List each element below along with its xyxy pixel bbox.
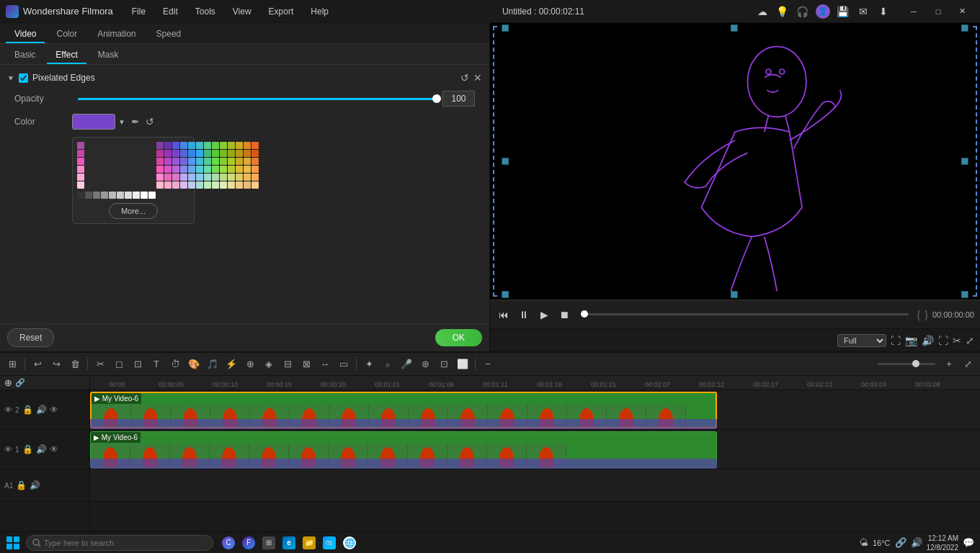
palette-color[interactable] — [188, 150, 195, 157]
save-icon[interactable]: 💾 — [836, 4, 850, 19]
taskbar-app-explorer[interactable]: 📁 — [300, 534, 318, 552]
palette-gray-color[interactable] — [109, 192, 116, 199]
crop-icon[interactable]: ✂ — [953, 335, 961, 346]
track-v1-eye-icon[interactable]: 👁 — [4, 445, 12, 454]
palette-color[interactable] — [180, 174, 187, 181]
reset-color-icon[interactable]: ↺ — [146, 116, 154, 127]
palette-color[interactable] — [164, 158, 172, 165]
palette-color[interactable] — [228, 158, 235, 165]
sub-tab-mask[interactable]: Mask — [89, 47, 128, 64]
opacity-value[interactable]: 100 — [442, 91, 475, 107]
prop-tab-speed[interactable]: Speed — [148, 26, 190, 43]
palette-color[interactable] — [220, 158, 227, 165]
minus-zoom-icon[interactable]: − — [480, 356, 496, 372]
reset-button[interactable]: Reset — [7, 328, 54, 347]
palette-color[interactable] — [204, 158, 211, 165]
color-icon[interactable]: 🎨 — [186, 356, 202, 372]
palette-color[interactable] — [180, 142, 187, 149]
palette-color[interactable] — [156, 150, 164, 157]
snapshot-icon[interactable]: 📷 — [905, 335, 917, 346]
palette-color[interactable] — [188, 174, 195, 181]
sound-tray-icon[interactable]: 🔊 — [911, 537, 922, 548]
play-button[interactable]: ▶ — [536, 307, 552, 323]
step-back-button[interactable]: ⏮ — [496, 307, 512, 323]
palette-color[interactable] — [172, 150, 179, 157]
palette-color[interactable] — [251, 150, 259, 157]
palette-color[interactable] — [172, 166, 179, 173]
palette-color[interactable] — [204, 166, 211, 173]
palette-color[interactable] — [156, 181, 164, 189]
palette-color[interactable] — [77, 166, 84, 173]
taskbar-app-filmora[interactable]: F — [239, 534, 258, 552]
palette-color[interactable] — [204, 181, 211, 189]
menu-item-export[interactable]: Export — [266, 5, 297, 18]
palette-color[interactable] — [251, 166, 259, 173]
opacity-slider-thumb[interactable] — [432, 94, 441, 103]
palette-color[interactable] — [251, 142, 259, 149]
maximize-button[interactable]: □ — [927, 4, 950, 19]
palette-color[interactable] — [236, 150, 243, 157]
palette-color[interactable] — [220, 174, 227, 181]
collapse-arrow[interactable]: ▼ — [7, 74, 14, 82]
search-bar[interactable]: Type here to search — [26, 535, 213, 551]
play-pause-button[interactable]: ⏸ — [516, 307, 532, 323]
notification-icon[interactable]: 💬 — [963, 537, 974, 548]
palette-color[interactable] — [77, 158, 84, 165]
palette-color[interactable] — [204, 142, 211, 149]
sub-tab-basic[interactable]: Basic — [6, 47, 44, 64]
reverse-icon[interactable]: ↔ — [317, 356, 333, 372]
palette-color[interactable] — [251, 158, 259, 165]
palette-color[interactable] — [172, 174, 179, 181]
minimize-button[interactable]: ─ — [902, 4, 925, 19]
palette-color[interactable] — [228, 174, 235, 181]
palette-color[interactable] — [244, 150, 251, 157]
palette-color[interactable] — [212, 158, 219, 165]
palette-color[interactable] — [77, 174, 84, 181]
prop-tab-color[interactable]: Color — [48, 26, 86, 43]
palette-color[interactable] — [180, 166, 187, 173]
palette-gray-color[interactable] — [117, 192, 124, 199]
palette-color[interactable] — [236, 174, 243, 181]
palette-color[interactable] — [244, 174, 251, 181]
mic-icon[interactable]: 🎤 — [398, 356, 414, 372]
menu-item-file[interactable]: File — [129, 5, 148, 18]
taskbar-app-edge[interactable]: e — [280, 534, 298, 552]
reset-effect-icon[interactable]: ↺ — [460, 72, 469, 84]
keyframe-icon[interactable]: ⬦ — [380, 356, 396, 372]
palette-color[interactable] — [196, 142, 203, 149]
palette-color[interactable] — [228, 181, 235, 189]
zoom-slider[interactable] — [878, 363, 935, 365]
palette-color[interactable] — [196, 181, 203, 189]
start-button[interactable] — [3, 533, 23, 553]
palette-gray-color[interactable] — [125, 192, 132, 199]
prop-tab-animation[interactable]: Animation — [89, 26, 144, 43]
color-dropdown-arrow[interactable]: ▼ — [118, 118, 125, 126]
eyedropper-icon[interactable]: ✒ — [131, 116, 140, 127]
ripple-icon[interactable]: ⏱ — [167, 356, 183, 372]
transition-icon[interactable]: ◈ — [261, 356, 277, 372]
clip-icon[interactable]: ▭ — [336, 356, 352, 372]
plus-zoom-icon[interactable]: + — [941, 356, 957, 372]
palette-color[interactable] — [228, 166, 235, 173]
palette-color[interactable] — [180, 158, 187, 165]
crop-tool-icon[interactable]: ⊡ — [130, 356, 146, 372]
track-v1-mute-icon[interactable]: 👁 — [50, 444, 58, 454]
palette-gray-color[interactable] — [77, 192, 84, 199]
palette-color[interactable] — [212, 150, 219, 157]
palette-color[interactable] — [164, 174, 172, 181]
scene-icon[interactable]: ⬜ — [455, 356, 471, 372]
palette-color[interactable] — [77, 181, 84, 189]
palette-color[interactable] — [212, 166, 219, 173]
palette-gray-color[interactable] — [85, 192, 92, 199]
palette-color[interactable] — [212, 142, 219, 149]
stabilize-icon[interactable]: ⊕ — [242, 356, 258, 372]
palette-color[interactable] — [220, 150, 227, 157]
track-v1-volume-icon[interactable]: 🔊 — [36, 444, 47, 454]
palette-color[interactable] — [77, 150, 84, 157]
group-icon[interactable]: ⊠ — [298, 356, 314, 372]
palette-color[interactable] — [212, 181, 219, 189]
palette-color[interactable] — [180, 181, 187, 189]
track-a1-volume-icon[interactable]: 🔊 — [30, 480, 40, 490]
multicam-icon[interactable]: ⊛ — [417, 356, 433, 372]
opacity-slider-track[interactable] — [78, 98, 437, 100]
